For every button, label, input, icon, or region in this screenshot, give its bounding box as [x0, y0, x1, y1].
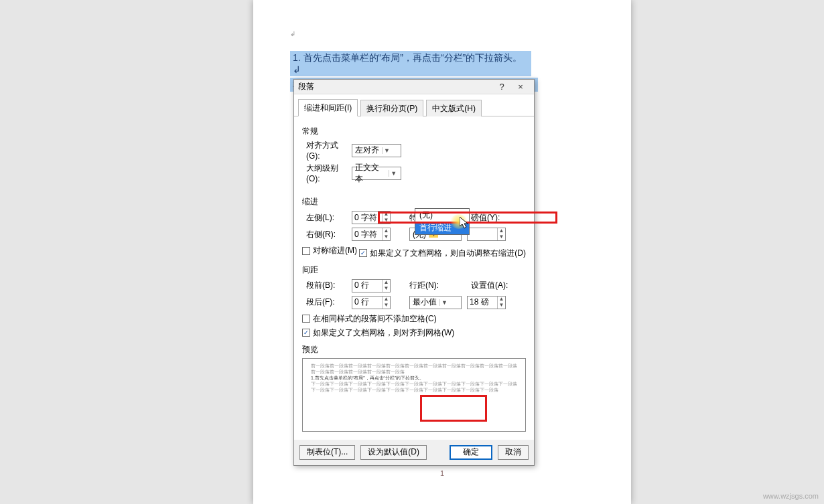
dialog-body: 常规 对齐方式(G): 左对齐 ▼ 大纲级别(O): 正文文本 ▼ 缩进 左侧(… — [294, 116, 534, 440]
alignment-label: 对齐方式(G): — [302, 140, 348, 161]
checkbox-icon — [302, 247, 310, 255]
dialog-button-bar: 制表位(T)... 设为默认值(D) 确定 取消 — [294, 440, 534, 465]
line-spacing-select[interactable]: 最小值 ▼ — [409, 296, 462, 309]
set-default-button[interactable]: 设为默认值(D) — [360, 445, 427, 460]
section-spacing: 间距 — [302, 264, 526, 276]
snap-to-grid-checkbox[interactable]: ✓ 如果定义了文档网格，则对齐到网格(W) — [302, 327, 454, 339]
spacing-at-label: 设置值(A): — [471, 280, 508, 291]
spinner-icon[interactable]: ▲▼ — [497, 297, 505, 309]
indent-by-spinner[interactable]: ▲▼ — [467, 228, 506, 241]
space-after-spinner[interactable]: 0 行 ▲▼ — [352, 296, 391, 309]
outline-select[interactable]: 正文文本 ▼ — [352, 167, 401, 180]
chevron-down-icon: ▼ — [389, 170, 398, 177]
doc-text-line1: 1. 首先点击菜单栏的“布局”，再点击“分栏”的下拉箭头。↲ — [290, 51, 531, 76]
cancel-button[interactable]: 取消 — [498, 445, 529, 460]
line-spacing-label: 行距(N): — [409, 280, 459, 291]
dropdown-option-first-line[interactable]: 首行缩进 — [415, 222, 469, 234]
alignment-select[interactable]: 左对齐 ▼ — [352, 144, 401, 157]
dropdown-option-none[interactable]: (无) — [415, 209, 469, 222]
checkbox-checked-icon: ✓ — [359, 249, 367, 257]
tabs-button[interactable]: 制表位(T)... — [299, 445, 355, 460]
chevron-down-icon: ▼ — [382, 147, 391, 154]
spinner-icon[interactable]: ▲▼ — [382, 280, 390, 292]
indent-right-spinner[interactable]: 0 字符 ▲▼ — [352, 228, 391, 241]
tab-asian-typography[interactable]: 中文版式(H) — [426, 100, 482, 116]
section-general: 常规 — [302, 126, 526, 137]
space-after-label: 段后(F): — [302, 297, 348, 308]
no-space-same-style-checkbox[interactable]: 在相同样式的段落间不添加空格(C) — [302, 313, 437, 325]
spinner-icon[interactable]: ▲▼ — [382, 228, 390, 240]
indent-by-label: 磅值(Y): — [471, 212, 500, 224]
tab-line-page-breaks[interactable]: 换行和分页(P) — [360, 100, 423, 116]
spinner-icon[interactable]: ▲▼ — [382, 212, 390, 224]
indent-right-label: 右侧(R): — [302, 229, 348, 240]
dialog-title-bar[interactable]: 段落 ? × — [294, 80, 534, 94]
auto-adjust-right-checkbox[interactable]: ✓ 如果定义了文档网格，则自动调整右缩进(D) — [359, 248, 526, 259]
outline-label: 大纲级别(O): — [302, 163, 348, 183]
dialog-tabs: 缩进和间距(I) 换行和分页(P) 中文版式(H) — [294, 94, 534, 116]
space-before-spinner[interactable]: 0 行 ▲▼ — [352, 279, 391, 292]
preview-box: 前一段落前一段落前一段落前一段落前一段落前一段落前一段落前一段落前一段落前一段落… — [302, 358, 526, 432]
chevron-down-icon: ▼ — [439, 299, 449, 306]
spacing-at-spinner[interactable]: 18 磅 ▲▼ — [467, 296, 506, 309]
section-preview: 预览 — [302, 344, 526, 355]
ok-button[interactable]: 确定 — [450, 445, 492, 460]
watermark-text: www.wzjsgs.com — [763, 492, 819, 500]
indent-left-label: 左侧(L): — [302, 212, 348, 224]
tab-indent-spacing[interactable]: 缩进和间距(I) — [298, 99, 358, 116]
checkbox-icon — [302, 315, 310, 323]
help-icon[interactable]: ? — [492, 80, 511, 94]
close-icon[interactable]: × — [511, 80, 530, 94]
special-format-dropdown-open[interactable]: (无) 首行缩进 — [415, 208, 470, 235]
dialog-title: 段落 — [298, 81, 492, 92]
spinner-icon[interactable]: ▲▼ — [497, 228, 505, 240]
checkbox-checked-icon: ✓ — [302, 329, 310, 337]
space-before-label: 段前(B): — [302, 280, 348, 291]
section-indent: 缩进 — [302, 196, 526, 207]
paragraph-dialog: 段落 ? × 缩进和间距(I) 换行和分页(P) 中文版式(H) 常规 对齐方式… — [293, 79, 535, 466]
indent-left-spinner[interactable]: 0 字符 ▲▼ — [352, 211, 391, 224]
mirror-indent-checkbox[interactable]: 对称缩进(M) — [302, 245, 357, 256]
page-number: 1 — [440, 469, 444, 477]
spinner-icon[interactable]: ▲▼ — [382, 297, 390, 309]
